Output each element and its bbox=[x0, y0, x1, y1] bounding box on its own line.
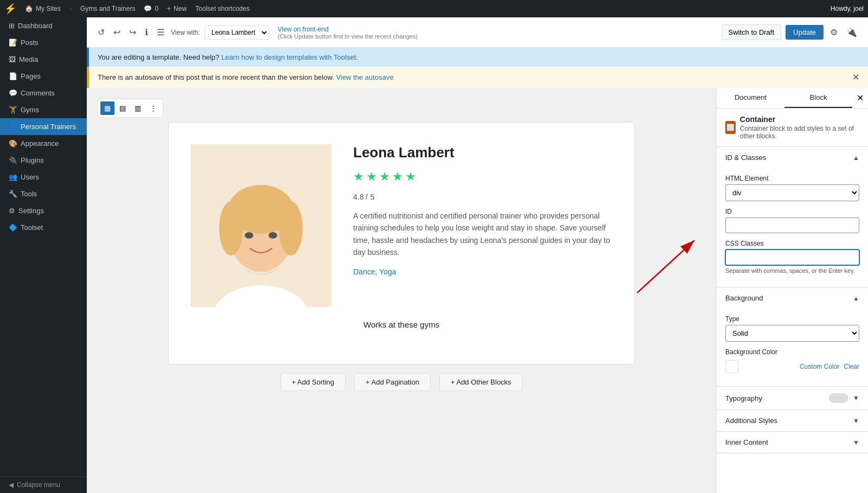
block-view-grid-btn[interactable]: ▥ bbox=[131, 101, 145, 115]
section-typography-header[interactable]: Typography ▼ bbox=[717, 387, 868, 409]
sidebar-item-toolset[interactable]: 🔷 Toolset bbox=[0, 219, 87, 236]
template-notice: You are editing a template. Need help? L… bbox=[87, 48, 868, 67]
my-sites-link[interactable]: 🏠 My Sites bbox=[25, 5, 61, 12]
container-icon: ⬜ bbox=[725, 121, 736, 134]
view-on-front-sub: (Click Update button first to view the r… bbox=[278, 33, 418, 40]
add-other-blocks-button[interactable]: + Add Other Blocks bbox=[439, 373, 523, 391]
settings-gear-button[interactable]: ⚙ bbox=[828, 25, 840, 40]
autosave-notice: There is an autosave of this post that i… bbox=[87, 67, 868, 88]
switch-to-draft-button[interactable]: Switch to Draft bbox=[722, 24, 782, 40]
sidebar-item-personal-trainers[interactable]: 👤 Personal Trainers bbox=[0, 118, 87, 135]
sidebar-item-tools[interactable]: 🔧 Tools bbox=[0, 185, 87, 202]
dashboard-icon: ⊞ bbox=[9, 22, 15, 30]
sidebar-item-media[interactable]: 🖼 Media bbox=[0, 51, 87, 68]
star-4: ★ bbox=[392, 170, 403, 184]
section-typography: Typography ▼ bbox=[717, 387, 868, 410]
type-label: Type bbox=[725, 315, 859, 323]
background-type-select[interactable]: Solid bbox=[725, 325, 859, 342]
star-2: ★ bbox=[366, 170, 377, 184]
section-id-classes-header[interactable]: ID & Classes ▲ bbox=[717, 147, 868, 168]
section-id-classes: ID & Classes ▲ HTML Element div ID bbox=[717, 147, 868, 287]
wp-logo[interactable]: ⚡ bbox=[4, 3, 16, 15]
sidebar-item-posts[interactable]: 📝 Posts bbox=[0, 34, 87, 51]
tools-icon: 🔧 bbox=[9, 190, 17, 198]
block-view-icon-btn[interactable]: ▦ bbox=[100, 101, 114, 115]
panel-close-button[interactable]: ✕ bbox=[852, 88, 868, 107]
bottom-actions: + Add Sorting + Add Pagination + Add Oth… bbox=[98, 364, 705, 400]
view-with-select[interactable]: Leona Lambert bbox=[205, 25, 269, 40]
redo-button[interactable]: ↪ bbox=[127, 25, 138, 40]
section-id-classes-content: HTML Element div ID CSS Classes bbox=[717, 168, 868, 287]
css-classes-hint: Separate with commas, spaces, or the Ent… bbox=[725, 267, 859, 274]
sidebar-item-gyms[interactable]: 🏋 Gyms bbox=[0, 101, 87, 118]
works-at-label: Works at these gyms bbox=[190, 307, 612, 342]
trainer-name: Leona Lambert bbox=[353, 144, 612, 161]
trainer-info: Leona Lambert ★ ★ ★ ★ ★ 4.8 / 5 A certif… bbox=[353, 144, 612, 276]
sidebar-item-users[interactable]: 👥 Users bbox=[0, 169, 87, 185]
comments-link[interactable]: 💬 0 bbox=[144, 5, 158, 12]
collapse-menu-button[interactable]: ◀ Collapse menu bbox=[0, 476, 87, 493]
posts-icon: 📝 bbox=[9, 39, 17, 47]
section-inner-content-header[interactable]: Inner Content ▼ bbox=[717, 432, 868, 453]
collapse-icon: ◀ bbox=[9, 481, 14, 489]
my-sites-icon: 🏠 bbox=[25, 5, 33, 12]
sidebar-item-dashboard[interactable]: ⊞ Dashboard bbox=[0, 17, 87, 34]
chevron-up-icon: ▲ bbox=[853, 154, 859, 162]
color-swatch[interactable] bbox=[725, 360, 738, 373]
css-classes-label: CSS Classes bbox=[725, 240, 859, 247]
toolset-shortcodes-link[interactable]: Toolset shortcodes bbox=[195, 5, 250, 12]
sidebar-item-pages[interactable]: 📄 Pages bbox=[0, 68, 87, 85]
undo-history-button[interactable]: ↩ bbox=[111, 25, 123, 40]
update-button[interactable]: Update bbox=[786, 25, 824, 40]
trainer-photo bbox=[190, 144, 331, 307]
info-button[interactable]: ℹ bbox=[143, 25, 150, 40]
block-more-btn[interactable]: ⋮ bbox=[146, 101, 161, 115]
clear-color-link[interactable]: Clear bbox=[844, 363, 859, 370]
css-classes-input[interactable] bbox=[725, 249, 859, 265]
section-additional-styles: Additional Styles ▼ bbox=[717, 410, 868, 432]
undo-button[interactable]: ↺ bbox=[95, 25, 107, 40]
star-3: ★ bbox=[379, 170, 390, 184]
toolset-icon: 🔷 bbox=[9, 223, 17, 232]
custom-color-link[interactable]: Custom Color bbox=[800, 363, 839, 370]
typography-toggle[interactable] bbox=[829, 393, 848, 403]
editor-toolbar: ↺ ↩ ↪ ℹ ☰ View with: Leona Lambert View … bbox=[87, 17, 868, 48]
chevron-up-icon-bg: ▲ bbox=[853, 294, 859, 302]
section-background-header[interactable]: Background ▲ bbox=[717, 287, 868, 309]
editor-canvas[interactable]: ▦ ▤ ▥ ⋮ bbox=[87, 88, 716, 493]
view-on-front-link[interactable]: View on front-end bbox=[278, 25, 418, 33]
view-autosave-link[interactable]: View the autosave bbox=[336, 73, 393, 81]
star-1: ★ bbox=[353, 170, 364, 184]
gyms-trainers-link[interactable]: Gyms and Trainers bbox=[80, 5, 135, 12]
sidebar-item-settings[interactable]: ⚙ Settings bbox=[0, 202, 87, 219]
comments-menu-icon: 💬 bbox=[9, 89, 17, 97]
plugins-button[interactable]: 🔌 bbox=[844, 25, 859, 40]
bg-color-label: Background Color bbox=[725, 348, 859, 356]
block-controls-toolbar: ▦ ▤ ▥ ⋮ bbox=[98, 99, 163, 118]
sidebar-item-appearance[interactable]: 🎨 Appearance bbox=[0, 135, 87, 152]
tab-block[interactable]: Block bbox=[784, 88, 852, 108]
menu-button[interactable]: ☰ bbox=[155, 25, 167, 40]
autosave-notice-close[interactable]: ✕ bbox=[852, 72, 859, 82]
svg-point-5 bbox=[219, 201, 243, 255]
new-link[interactable]: + New bbox=[167, 5, 187, 12]
svg-point-6 bbox=[279, 201, 303, 255]
trainer-card: Leona Lambert ★ ★ ★ ★ ★ 4.8 / 5 A certif… bbox=[168, 122, 635, 364]
section-additional-styles-header[interactable]: Additional Styles ▼ bbox=[717, 410, 868, 431]
sidebar-item-comments[interactable]: 💬 Comments bbox=[0, 85, 87, 101]
id-input[interactable] bbox=[725, 217, 859, 233]
sidebar-item-plugins[interactable]: 🔌 Plugins bbox=[0, 152, 87, 169]
chevron-down-icon-typo: ▼ bbox=[853, 394, 859, 402]
add-pagination-button[interactable]: + Add Pagination bbox=[354, 373, 431, 391]
trainer-stars: ★ ★ ★ ★ ★ bbox=[353, 170, 612, 184]
trainers-icon: 👤 bbox=[9, 123, 17, 131]
tab-document[interactable]: Document bbox=[717, 88, 784, 108]
settings-icon: ⚙ bbox=[9, 207, 15, 215]
block-view-list-btn[interactable]: ▤ bbox=[116, 101, 130, 115]
section-inner-content: Inner Content ▼ bbox=[717, 432, 868, 453]
appearance-icon: 🎨 bbox=[9, 139, 17, 148]
add-sorting-button[interactable]: + Add Sorting bbox=[280, 373, 346, 391]
section-background-content: Type Solid Background Color Custom Color bbox=[717, 309, 868, 386]
html-element-select[interactable]: div bbox=[725, 184, 859, 201]
template-learn-link[interactable]: Learn how to design templates with Tools… bbox=[221, 53, 358, 61]
